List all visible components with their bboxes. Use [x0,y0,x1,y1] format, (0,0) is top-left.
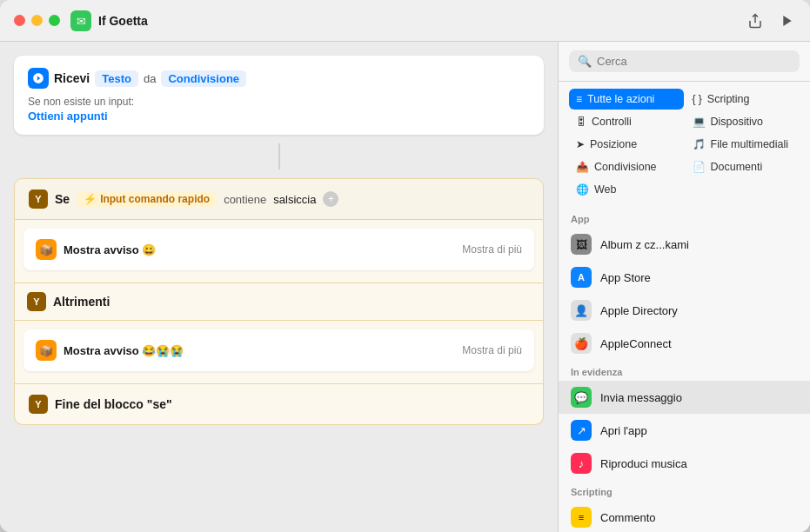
divider-1 [278,143,280,170]
play-button[interactable] [779,12,796,30]
window-title: If Goetta [98,14,746,28]
if-add-button[interactable]: + [323,191,338,207]
alert-2-icon: 📦 [36,340,57,361]
action-play-music-label: Riproduci musica [600,457,687,470]
controls-icon: 🎛 [576,116,586,128]
tab-scripting[interactable]: { } Scripting [686,89,800,110]
if-block: Y Se ⚡ Input comando rapido contiene sal… [14,178,544,425]
tab-controls-label: Controlli [592,116,632,128]
titlebar: ✉ If Goetta [0,0,810,42]
alert-card-1: 📦 Mostra avviso 😀 Mostra di più [23,229,534,270]
traffic-lights [14,15,60,26]
search-bar: 🔍 [559,42,810,82]
workflow-panel: Ricevi Testo da Condivisione Se non esis… [0,42,558,532]
tab-web[interactable]: 🌐 Web [569,179,684,200]
action-comment-icon: ≡ [571,507,592,528]
media-icon: 🎵 [693,138,706,150]
otherwise-header: Y Altrimenti [14,283,544,321]
sharing-icon: 📤 [576,161,589,173]
if-contains: contiene [224,193,266,206]
action-send-message-label: Invia messaggio [600,391,682,404]
action-appleconnect[interactable]: 🍎 AppleConnect [559,327,810,360]
end-label: Fine del blocco "se" [55,397,172,411]
alert-2-left: 📦 Mostra avviso 😂😭😭 [36,340,184,361]
tab-device[interactable]: 💻 Dispositivo [686,111,800,132]
section-header-evidenza: In evidenza [559,360,810,381]
action-send-message-icon: 💬 [571,387,592,408]
minimize-button[interactable] [31,15,43,26]
receive-from-token[interactable]: Condivisione [161,70,246,87]
maximize-button[interactable] [49,15,60,26]
action-appleconnect-icon: 🍎 [571,333,592,354]
documents-icon: 📄 [693,161,706,173]
action-appstore-icon: A [571,267,592,288]
end-block: Y Fine del blocco "se" [14,384,544,425]
action-comment[interactable]: ≡ Commento [559,501,810,532]
alert-2-more[interactable]: Mostra di più [462,344,522,356]
action-send-message[interactable]: 💬 Invia messaggio [559,381,810,414]
location-icon: ➤ [576,138,585,150]
tab-web-label: Web [594,183,616,196]
if-icon: Y [29,190,48,209]
tab-location[interactable]: ➤ Posizione [569,134,684,155]
alert-1-left: 📦 Mostra avviso 😀 [36,239,156,260]
search-wrapper[interactable]: 🔍 [569,50,800,72]
action-comment-label: Commento [600,511,656,524]
tab-all-actions[interactable]: ≡ Tutte le azioni [569,89,684,110]
action-apple-directory-icon: 👤 [571,300,592,321]
receive-card: Ricevi Testo da Condivisione Se non esis… [14,56,544,135]
receive-icon [28,68,49,89]
action-play-music[interactable]: ♪ Riproduci musica [559,447,810,480]
share-button[interactable] [746,11,765,30]
action-album[interactable]: 🖼 Album z cz...kami [559,228,810,261]
tab-sharing[interactable]: 📤 Condivisione [569,156,684,177]
if-label: Se [55,192,70,206]
close-button[interactable] [14,15,25,26]
action-appstore[interactable]: A App Store [559,261,810,294]
tab-media[interactable]: 🎵 File multimediali [686,134,800,155]
action-album-label: Album z cz...kami [600,238,689,251]
scripting-icon: { } [693,93,702,105]
receive-label: Ricevi [54,71,90,85]
tab-all-label: Tutte le azioni [587,93,654,105]
tab-documents[interactable]: 📄 Documenti [686,156,800,177]
action-open-app-icon: ↗ [571,420,592,441]
action-album-icon: 🖼 [571,234,592,255]
main-window: ✉ If Goetta [0,0,810,532]
main-content: Ricevi Testo da Condivisione Se non esis… [0,42,810,532]
if-header: Y Se ⚡ Input comando rapido contiene sal… [14,178,544,220]
section-header-scripting: Scripting [559,480,810,501]
device-icon: 💻 [693,116,706,128]
search-input[interactable] [597,55,791,68]
otherwise-icon: Y [27,292,46,311]
receive-sub-label: Se non esiste un input: [28,96,134,108]
actions-list: App 🖼 Album z cz...kami A App Store 👤 Ap… [559,203,810,532]
end-icon: Y [29,395,48,414]
tab-location-label: Posizione [590,138,637,150]
svg-text:✉: ✉ [77,15,86,28]
tab-device-label: Dispositivo [711,116,763,128]
action-open-app-label: Apri l'app [600,424,647,437]
svg-marker-2 [783,16,791,26]
tab-controls[interactable]: 🎛 Controlli [569,111,684,132]
if-body: 📦 Mostra avviso 😀 Mostra di più [14,220,544,283]
section-header-app: App [559,207,810,228]
action-apple-directory-label: Apple Directory [600,304,678,317]
actions-panel: 🔍 ≡ Tutte le azioni { } Scripting 🎛 Cont… [558,42,810,532]
otherwise-body: 📦 Mostra avviso 😂😭😭 Mostra di più [14,321,544,384]
action-appstore-label: App Store [600,271,651,284]
if-condition-token[interactable]: ⚡ Input comando rapido [77,191,217,207]
receive-type-token[interactable]: Testo [95,70,138,87]
tab-documents-label: Documenti [711,161,763,173]
alert-1-title: Mostra avviso 😀 [64,243,156,256]
otherwise-label: Altrimenti [53,295,110,309]
action-open-app[interactable]: ↗ Apri l'app [559,414,810,447]
alert-1-more[interactable]: Mostra di più [462,243,522,256]
alert-card-2: 📦 Mostra avviso 😂😭😭 Mostra di più [23,329,534,371]
action-apple-directory[interactable]: 👤 Apple Directory [559,294,810,327]
web-icon: 🌐 [576,183,589,196]
if-value: salsiccia [273,193,316,206]
receive-sub-link[interactable]: Ottieni appunti [28,110,108,123]
category-tabs: ≡ Tutte le azioni { } Scripting 🎛 Contro… [559,82,810,203]
receive-from-label: da [144,72,156,85]
